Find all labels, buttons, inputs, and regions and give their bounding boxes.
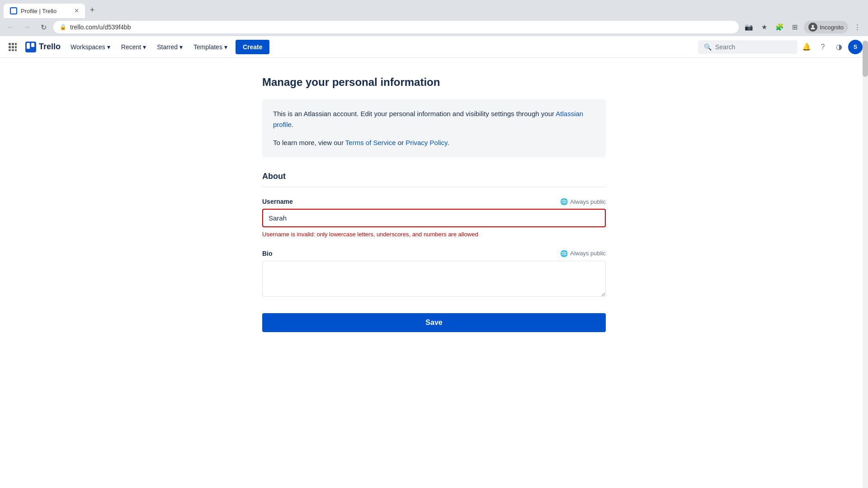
theme-icon[interactable]: ◑ (832, 40, 846, 54)
info-paragraph-1-prefix: This is an Atlassian account. Edit your … (273, 110, 556, 117)
username-field-group: Username 🌐 Always public Username is inv… (262, 198, 606, 239)
tab-title: Profile | Trello (21, 8, 71, 14)
create-button[interactable]: Create (236, 40, 270, 54)
refresh-button[interactable]: ↻ (37, 21, 50, 33)
svg-point-4 (812, 25, 814, 27)
svg-rect-3 (14, 11, 16, 14)
bio-input[interactable] (262, 261, 606, 297)
username-input[interactable] (262, 209, 606, 227)
about-section: About Username 🌐 Always public Username … (262, 172, 606, 332)
active-tab: Profile | Trello × (4, 4, 85, 18)
svg-rect-11 (9, 49, 11, 51)
info-conjunction: or (396, 139, 406, 146)
recent-chevron-icon: ▾ (143, 43, 146, 51)
bio-globe-icon: 🌐 (560, 250, 568, 257)
browser-menu-button[interactable]: ⋮ (851, 21, 863, 33)
search-placeholder-text: Search (715, 43, 735, 51)
address-bar[interactable]: 🔒 trello.com/u/d539f4bb (53, 21, 739, 33)
info-box: This is an Atlassian account. Edit your … (262, 99, 606, 157)
tab-bar: Profile | Trello × + (0, 0, 868, 18)
help-icon[interactable]: ? (816, 40, 830, 54)
svg-rect-7 (15, 43, 17, 45)
info-paragraph-2-prefix: To learn more, view our (273, 139, 345, 146)
app: Trello Workspaces ▾ Recent ▾ Starred ▾ T… (0, 36, 868, 483)
workspaces-nav-item[interactable]: Workspaces ▾ (66, 41, 115, 53)
main-content: Manage your personal information This is… (253, 58, 615, 350)
page-title: Manage your personal information (262, 76, 606, 89)
bio-visibility-text: Always public (570, 250, 606, 257)
scrollbar[interactable] (863, 41, 868, 483)
sidebar-icon[interactable]: ⊞ (788, 21, 801, 33)
starred-label: Starred (157, 43, 178, 51)
incognito-icon (808, 23, 817, 32)
trello-logo[interactable]: Trello (22, 42, 64, 52)
bio-field-row: Bio 🌐 Always public (262, 250, 606, 257)
svg-rect-6 (12, 43, 14, 45)
svg-rect-2 (11, 11, 14, 14)
svg-rect-13 (15, 49, 17, 51)
browser-actions: 📷 ★ 🧩 ⊞ Incognito ⋮ (742, 21, 863, 33)
search-bar[interactable]: 🔍 Search (698, 40, 797, 54)
username-visibility: 🌐 Always public (560, 198, 606, 205)
apps-icon[interactable] (5, 40, 20, 54)
search-icon: 🔍 (704, 43, 712, 51)
forward-button[interactable]: → (21, 21, 33, 33)
bio-visibility: 🌐 Always public (560, 250, 606, 257)
save-button[interactable]: Save (262, 313, 606, 332)
info-paragraph-1: This is an Atlassian account. Edit your … (273, 108, 595, 130)
trello-logo-text: Trello (39, 42, 61, 52)
recent-nav-item[interactable]: Recent ▾ (117, 41, 151, 53)
workspaces-chevron-icon: ▾ (107, 43, 110, 51)
username-visibility-text: Always public (570, 198, 606, 205)
svg-rect-10 (15, 46, 17, 48)
svg-rect-8 (9, 46, 11, 48)
globe-icon: 🌐 (560, 198, 568, 205)
user-avatar[interactable]: S (848, 40, 863, 54)
templates-nav-item[interactable]: Templates ▾ (189, 41, 232, 53)
svg-rect-0 (11, 8, 14, 11)
info-paragraph-2-suffix: . (447, 139, 449, 146)
svg-rect-5 (9, 43, 11, 45)
recent-label: Recent (121, 43, 141, 51)
svg-rect-15 (27, 43, 30, 49)
trello-logo-icon (25, 42, 36, 52)
navbar: Trello Workspaces ▾ Recent ▾ Starred ▾ T… (0, 36, 868, 58)
info-paragraph-2: To learn more, view our Terms of Service… (273, 137, 595, 148)
starred-chevron-icon: ▾ (179, 43, 183, 51)
privacy-policy-link[interactable]: Privacy Policy (406, 139, 447, 146)
notifications-icon[interactable]: 🔔 (799, 40, 814, 54)
username-error-message: Username is invalid: only lowercase lett… (262, 230, 606, 239)
starred-nav-item[interactable]: Starred ▾ (152, 41, 187, 53)
back-button[interactable]: ← (5, 21, 17, 33)
incognito-label: Incognito (820, 24, 844, 31)
info-paragraph-1-suffix: . (292, 121, 293, 128)
bio-field-group: Bio 🌐 Always public (262, 250, 606, 299)
svg-rect-12 (12, 49, 14, 51)
terms-of-service-link[interactable]: Terms of Service (345, 139, 396, 146)
incognito-badge: Incognito (804, 21, 848, 33)
svg-rect-16 (31, 43, 34, 47)
svg-rect-9 (12, 46, 14, 48)
address-text: trello.com/u/d539f4bb (70, 23, 131, 31)
templates-label: Templates (193, 43, 222, 51)
about-section-title: About (262, 172, 606, 187)
workspaces-label: Workspaces (71, 43, 105, 51)
username-field-row: Username 🌐 Always public (262, 198, 606, 205)
address-bar-row: ← → ↻ 🔒 trello.com/u/d539f4bb 📷 ★ 🧩 ⊞ In… (0, 18, 868, 36)
lock-icon: 🔒 (60, 24, 66, 30)
templates-chevron-icon: ▾ (224, 43, 227, 51)
new-tab-button[interactable]: + (86, 4, 99, 16)
username-label: Username (262, 198, 293, 205)
camera-off-icon[interactable]: 📷 (742, 21, 755, 33)
svg-rect-1 (14, 8, 16, 11)
browser-chrome: Profile | Trello × + ← → ↻ 🔒 trello.com/… (0, 0, 868, 36)
bio-label: Bio (262, 250, 273, 257)
scrollbar-thumb[interactable] (863, 41, 868, 77)
bookmark-icon[interactable]: ★ (758, 21, 770, 33)
extensions-icon[interactable]: 🧩 (773, 21, 786, 33)
tab-close-button[interactable]: × (75, 7, 79, 14)
tab-favicon (10, 7, 17, 14)
